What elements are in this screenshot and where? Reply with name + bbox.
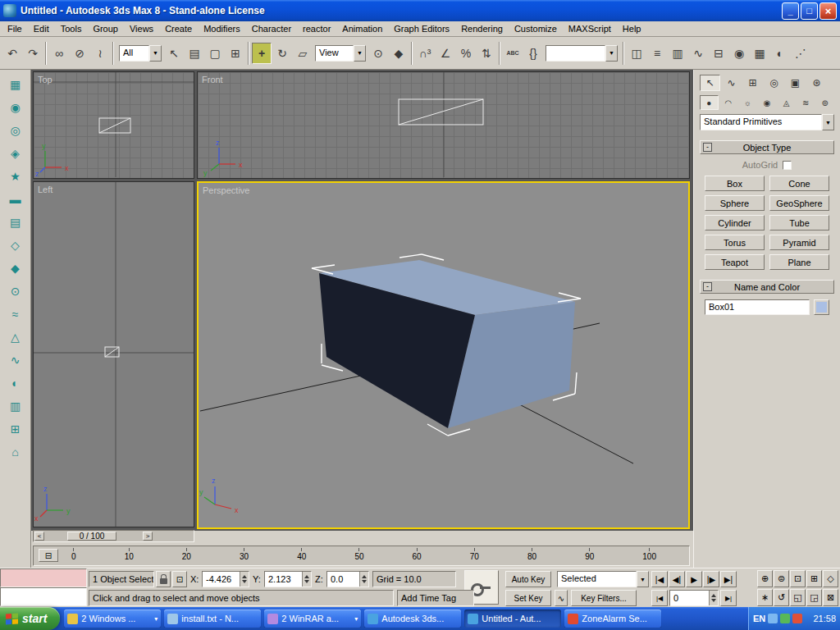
next-frame-button[interactable]: |▶: [703, 571, 719, 587]
zoom-icon[interactable]: ⊕: [757, 570, 773, 587]
add-time-tag[interactable]: Add Time Tag: [397, 590, 474, 606]
close-button[interactable]: ×: [819, 2, 837, 20]
task-windows-explorer-group[interactable]: 2 Windows ... ▾: [64, 609, 161, 628]
cone-button[interactable]: Cone: [769, 176, 829, 191]
menu-views[interactable]: Views: [124, 21, 159, 36]
set-key-button[interactable]: Set Key: [505, 590, 551, 606]
language-indicator[interactable]: EN: [753, 614, 765, 623]
mirror-icon[interactable]: ◫: [627, 43, 646, 64]
selection-filter-dropdown[interactable]: All ▼: [119, 45, 162, 62]
reference-coordinate-system-dropdown[interactable]: View ▼: [315, 45, 366, 62]
box01-object[interactable]: [319, 260, 575, 428]
menu-edit[interactable]: Edit: [28, 21, 55, 36]
shapes-category[interactable]: ◠: [719, 95, 738, 110]
zoom-region-icon[interactable]: ◱: [790, 589, 806, 606]
tray-icon-1[interactable]: [768, 614, 778, 623]
zoom-all-icon[interactable]: ⊜: [774, 570, 789, 587]
key-filters-button[interactable]: Key Filters...: [571, 590, 637, 606]
field-of-view-icon[interactable]: ◇: [823, 570, 838, 587]
start-button[interactable]: start: [0, 607, 60, 630]
title-bar[interactable]: Untitled - Autodesk 3ds Max 8 - Stand-al…: [0, 0, 840, 21]
render-last-icon[interactable]: ⋰: [791, 43, 810, 64]
angle-snap-icon[interactable]: ∠: [436, 43, 455, 64]
task-notepad-install-txt[interactable]: install.txt - N...: [164, 609, 261, 628]
menu-group[interactable]: Group: [87, 21, 124, 36]
x-coordinate-field[interactable]: -4.426: [202, 571, 249, 587]
dropdown-arrow-icon[interactable]: ▼: [149, 45, 162, 62]
menu-maxscript[interactable]: MAXScript: [563, 21, 617, 36]
teapot-button[interactable]: Teapot: [705, 254, 765, 270]
named-selection-sets-dropdown[interactable]: ▼: [546, 45, 618, 62]
select-and-uniform-scale-icon[interactable]: ▱: [293, 43, 313, 64]
default-tangent-icon[interactable]: ∿: [555, 590, 568, 606]
create-tab[interactable]: ↖: [700, 75, 720, 91]
use-pivot-center-icon[interactable]: ⊙: [368, 43, 388, 64]
collapse-icon[interactable]: -: [703, 143, 712, 152]
motion-tab[interactable]: ◎: [764, 75, 784, 91]
dropdown-arrow-icon[interactable]: ▼: [637, 571, 649, 587]
pan-view-icon[interactable]: ∗: [757, 589, 773, 606]
layer-manager-icon[interactable]: ▥: [668, 43, 687, 64]
dropdown-arrow-icon[interactable]: ▼: [605, 45, 618, 62]
reactor-cloth-collection-icon[interactable]: ◉: [6, 98, 25, 117]
y-coordinate-field[interactable]: 2.123: [264, 571, 312, 587]
select-and-manipulate-icon[interactable]: ◆: [389, 43, 409, 64]
x-spinner[interactable]: [240, 572, 249, 587]
mini-curve-editor-button[interactable]: ⊟: [39, 549, 58, 562]
menu-modifiers[interactable]: Modifiers: [198, 21, 246, 36]
helpers-category[interactable]: ◬: [777, 95, 796, 110]
geometry-category[interactable]: ●: [700, 95, 719, 110]
percent-snap-icon[interactable]: %: [456, 43, 476, 64]
menu-animation[interactable]: Animation: [336, 21, 388, 36]
tray-icon-2[interactable]: [780, 614, 790, 623]
menu-customize[interactable]: Customize: [509, 21, 563, 36]
menu-graph-editors[interactable]: Graph Editors: [388, 21, 455, 36]
reactor-fracture-icon[interactable]: ◐: [6, 373, 25, 393]
selection-set-dropdown[interactable]: Selected ▼: [557, 571, 649, 587]
reactor-analyze-icon[interactable]: ⊞: [6, 419, 25, 439]
select-and-link-icon[interactable]: ∞: [49, 43, 69, 64]
reactor-preview-animation-icon[interactable]: ⌂: [6, 442, 25, 462]
reactor-motor-icon[interactable]: ∿: [6, 350, 25, 370]
selection-lock-toggle[interactable]: [156, 571, 171, 587]
play-animation-button[interactable]: ▶: [686, 571, 702, 587]
autogrid-checkbox[interactable]: [783, 161, 792, 170]
object-class-dropdown[interactable]: Standard Primitives ▼: [700, 114, 834, 130]
absolute-offset-mode-toggle[interactable]: ⊡: [172, 571, 187, 587]
tray-icon-3[interactable]: [792, 614, 802, 623]
maximize-viewport-toggle-icon[interactable]: ◲: [806, 589, 822, 606]
object-type-rollout-header[interactable]: - Object Type: [700, 140, 834, 154]
z-spinner[interactable]: [359, 572, 368, 587]
modify-tab[interactable]: ∿: [721, 75, 742, 91]
time-slider-handle[interactable]: 0 / 100: [67, 532, 116, 541]
spinner-snap-icon[interactable]: ⇅: [477, 43, 496, 64]
y-spinner[interactable]: [302, 572, 311, 587]
reactor-car-wheel-constraint-icon[interactable]: ≈: [6, 304, 25, 324]
track-bar[interactable]: ⊟ 0102030405060708090100: [33, 546, 690, 566]
tube-button[interactable]: Tube: [769, 215, 829, 231]
previous-frame-button[interactable]: ◀|: [669, 571, 685, 587]
go-to-start-button[interactable]: |◀: [651, 571, 668, 587]
menu-character[interactable]: Character: [246, 21, 297, 36]
collapse-icon[interactable]: -: [703, 282, 712, 291]
edit-named-selection-sets-icon[interactable]: {}: [523, 43, 543, 64]
task-winrar-group[interactable]: 2 WinRAR a... ▾: [264, 609, 361, 628]
task-zonealarm[interactable]: ZoneAlarm Se...: [564, 609, 661, 628]
space-warps-category[interactable]: ≋: [797, 95, 815, 110]
dropdown-arrow-icon[interactable]: ▼: [354, 45, 366, 62]
listener-pane[interactable]: [0, 587, 87, 606]
reactor-hinge-constraint-icon[interactable]: ◆: [6, 258, 25, 278]
menu-help[interactable]: Help: [617, 21, 647, 36]
geosphere-button[interactable]: GeoSphere: [769, 195, 829, 211]
redo-icon[interactable]: ↷: [23, 43, 43, 64]
next-key-button[interactable]: ▶|: [720, 590, 737, 606]
reactor-prismatic-constraint-icon[interactable]: ⊙: [6, 281, 25, 301]
box-button[interactable]: Box: [705, 176, 765, 191]
plane-button[interactable]: Plane: [769, 254, 829, 270]
object-color-swatch[interactable]: [814, 299, 829, 315]
dropdown-arrow-icon[interactable]: ▼: [822, 114, 834, 130]
reactor-rope-collection-icon[interactable]: ◈: [6, 144, 25, 163]
reactor-deforming-mesh-icon[interactable]: ★: [6, 167, 25, 186]
lights-category[interactable]: ☼: [738, 95, 757, 110]
reactor-soft-body-collection-icon[interactable]: ◎: [6, 121, 25, 140]
